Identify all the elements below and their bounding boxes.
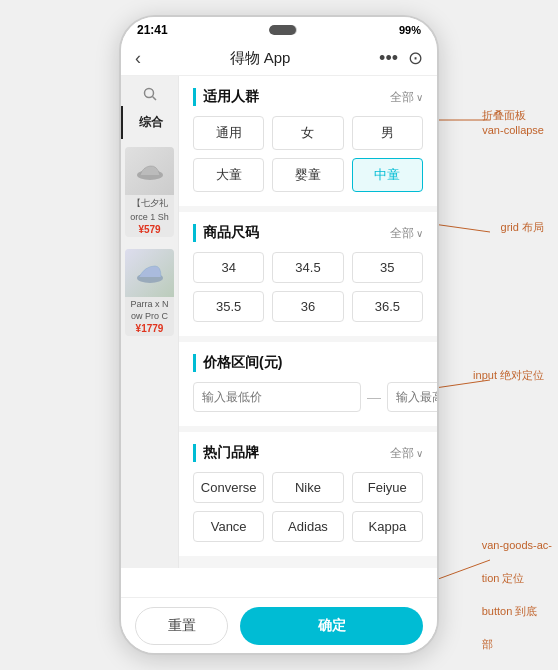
audience-title: 适用人群 — [193, 88, 259, 106]
audience-item-4[interactable]: 婴童 — [272, 158, 343, 192]
min-price-input[interactable] — [193, 382, 361, 412]
audience-all-btn[interactable]: 全部 ∨ — [390, 89, 423, 106]
more-icon[interactable]: ••• — [379, 48, 398, 69]
phone-frame: 21:41 99% ‹ 得物 App ••• ⊙ — [119, 15, 439, 655]
section-brand: 热门品牌 全部 ∨ Converse Nike Feiyue Vance Adi… — [179, 432, 437, 556]
brand-item-4[interactable]: Adidas — [272, 511, 343, 542]
size-chevron-icon: ∨ — [416, 228, 423, 239]
brand-item-1[interactable]: Nike — [272, 472, 343, 503]
price-dash: — — [367, 389, 381, 405]
brand-item-2[interactable]: Feiyue — [352, 472, 423, 503]
nav-title: 得物 App — [230, 49, 291, 68]
status-time: 21:41 — [137, 23, 168, 37]
size-item-4[interactable]: 36 — [272, 291, 343, 322]
section-price-header: 价格区间(元) — [193, 354, 423, 372]
status-bar: 21:41 99% — [121, 17, 437, 41]
audience-item-1[interactable]: 女 — [272, 116, 343, 150]
size-item-1[interactable]: 34.5 — [272, 252, 343, 283]
max-price-input[interactable] — [387, 382, 437, 412]
price-inputs: — — [193, 382, 423, 412]
annotation-collapse: 折叠面板 van-collapse — [482, 108, 544, 139]
camera-icon[interactable]: ⊙ — [408, 47, 423, 69]
audience-item-2[interactable]: 男 — [352, 116, 423, 150]
audience-item-0[interactable]: 通用 — [193, 116, 264, 150]
brand-grid: Converse Nike Feiyue Vance Adidas Kappa — [193, 472, 423, 542]
back-button[interactable]: ‹ — [135, 48, 141, 69]
section-audience: 适用人群 全部 ∨ 通用 女 男 大童 婴童 中童 — [179, 76, 437, 206]
size-item-2[interactable]: 35 — [352, 252, 423, 283]
product-preview-1: 【七夕礼 orce 1 Sh ¥579 — [125, 147, 174, 237]
brand-item-5[interactable]: Kappa — [352, 511, 423, 542]
annotation-action: van-goods-ac- tion 定位 button 到底 部 — [469, 520, 552, 669]
annotation-input: input 绝对定位 — [473, 368, 544, 383]
status-right: 99% — [399, 24, 421, 36]
brand-chevron-icon: ∨ — [416, 448, 423, 459]
brand-title: 热门品牌 — [193, 444, 259, 462]
chevron-down-icon: ∨ — [416, 92, 423, 103]
size-grid: 34 34.5 35 35.5 36 36.5 — [193, 252, 423, 322]
brand-item-3[interactable]: Vance — [193, 511, 264, 542]
search-icon[interactable] — [121, 82, 178, 106]
audience-item-5[interactable]: 中童 — [352, 158, 423, 192]
sidebar-item-comprehensive[interactable]: 综合 — [121, 106, 178, 139]
section-size-header: 商品尺码 全部 ∨ — [193, 224, 423, 242]
price-title: 价格区间(元) — [193, 354, 282, 372]
section-size: 商品尺码 全部 ∨ 34 34.5 35 35.5 36 36.5 — [179, 212, 437, 336]
size-item-0[interactable]: 34 — [193, 252, 264, 283]
section-price: 价格区间(元) — — [179, 342, 437, 426]
bottom-bar: 重置 确定 — [121, 597, 437, 653]
annotation-grid: grid 布局 — [501, 220, 544, 235]
filter-panel: 适用人群 全部 ∨ 通用 女 男 大童 婴童 中童 — [179, 76, 437, 568]
brand-all-btn[interactable]: 全部 ∨ — [390, 445, 423, 462]
size-all-btn[interactable]: 全部 ∨ — [390, 225, 423, 242]
audience-grid: 通用 女 男 大童 婴童 中童 — [193, 116, 423, 192]
section-audience-header: 适用人群 全部 ∨ — [193, 88, 423, 106]
audience-item-3[interactable]: 大童 — [193, 158, 264, 192]
size-title: 商品尺码 — [193, 224, 259, 242]
size-item-3[interactable]: 35.5 — [193, 291, 264, 322]
product-preview-2: Parra x N ow Pro C ¥1779 — [125, 249, 174, 336]
svg-point-4 — [144, 89, 153, 98]
confirm-button[interactable]: 确定 — [240, 607, 423, 645]
nav-bar: ‹ 得物 App ••• ⊙ — [121, 41, 437, 76]
brand-item-0[interactable]: Converse — [193, 472, 264, 503]
reset-button[interactable]: 重置 — [135, 607, 228, 645]
size-item-5[interactable]: 36.5 — [352, 291, 423, 322]
section-brand-header: 热门品牌 全部 ∨ — [193, 444, 423, 462]
svg-line-5 — [152, 97, 156, 101]
left-sidebar: 综合 【七夕礼 orce 1 Sh ¥579 Parra x N ow — [121, 76, 179, 568]
